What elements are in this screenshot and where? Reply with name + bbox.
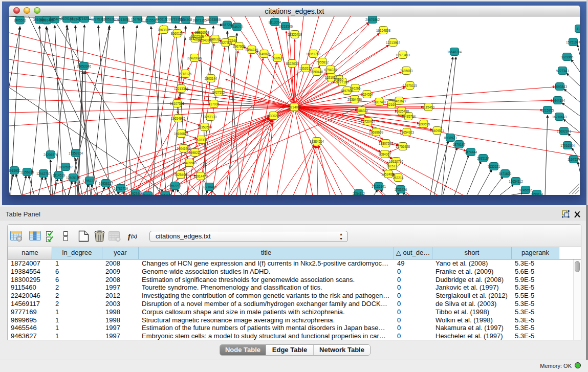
svg-text:10807487: 10807487 (372, 100, 387, 104)
svg-text:9227343: 9227343 (556, 69, 569, 73)
svg-text:1985409: 1985409 (49, 17, 61, 21)
svg-text:14524851: 14524851 (381, 172, 396, 176)
svg-text:9777169: 9777169 (336, 80, 349, 84)
svg-text:20876862: 20876862 (365, 18, 380, 21)
svg-text:16409511: 16409511 (430, 129, 444, 133)
svg-text:9327505: 9327505 (191, 35, 204, 38)
svg-text:8471676: 8471676 (499, 172, 512, 176)
svg-text:16914479: 16914479 (193, 174, 208, 178)
svg-text:10654112: 10654112 (509, 180, 523, 183)
svg-text:16409949: 16409949 (182, 161, 197, 165)
svg-text:11121: 11121 (575, 27, 580, 31)
svg-text:8186328: 8186328 (209, 37, 222, 41)
svg-text:7485083: 7485083 (400, 69, 413, 73)
svg-text:1588520: 1588520 (271, 56, 284, 60)
svg-text:11156829: 11156829 (20, 170, 34, 174)
svg-text:15751074: 15751074 (566, 40, 580, 44)
svg-text:12505195: 12505195 (66, 176, 81, 180)
svg-text:1527602: 1527602 (131, 17, 144, 21)
svg-text:77546: 77546 (228, 39, 237, 42)
svg-text:19384554: 19384554 (310, 140, 324, 143)
svg-text:8322037: 8322037 (286, 62, 299, 65)
svg-text:8154408: 8154408 (180, 18, 192, 21)
svg-text:19654923: 19654923 (400, 130, 415, 134)
svg-text:16154808: 16154808 (376, 29, 391, 32)
svg-text:6497508: 6497508 (341, 89, 354, 93)
svg-text:18300295: 18300295 (266, 114, 281, 118)
svg-text:6466160: 6466160 (156, 17, 169, 21)
svg-text:9350114: 9350114 (531, 192, 543, 196)
svg-text:8215955: 8215955 (541, 108, 554, 112)
svg-text:18807249: 18807249 (379, 142, 394, 145)
svg-text:2718126: 2718126 (179, 72, 192, 76)
svg-text:10025438: 10025438 (395, 110, 409, 113)
svg-text:10046766: 10046766 (177, 147, 191, 150)
svg-text:7986322: 7986322 (356, 109, 368, 113)
svg-text:16782759: 16782759 (114, 187, 128, 190)
svg-text:23226058: 23226058 (195, 31, 210, 34)
svg-text:417006: 417006 (208, 102, 220, 106)
svg-text:9146821: 9146821 (258, 52, 271, 56)
svg-text:8813054: 8813054 (269, 20, 281, 24)
svg-text:1314519: 1314519 (53, 173, 66, 177)
svg-text:1498222: 1498222 (189, 151, 202, 155)
svg-text:3267130: 3267130 (204, 115, 217, 119)
svg-text:10853267: 10853267 (102, 17, 117, 21)
svg-text:16961758: 16961758 (306, 52, 321, 56)
svg-text:1292344: 1292344 (142, 194, 155, 196)
svg-text:16107553: 16107553 (170, 102, 185, 105)
svg-text:62160: 62160 (387, 103, 396, 106)
svg-text:2935114: 2935114 (477, 157, 490, 160)
svg-text:10973493: 10973493 (396, 53, 410, 57)
svg-text:1167534: 1167534 (568, 158, 580, 161)
svg-text:3915931: 3915931 (9, 169, 21, 172)
svg-text:9657791: 9657791 (169, 184, 182, 188)
svg-text:6899695: 6899695 (418, 122, 430, 126)
svg-text:9245652: 9245652 (519, 188, 532, 192)
svg-text:9474444: 9474444 (465, 150, 477, 154)
svg-text:8454749: 8454749 (246, 48, 258, 52)
svg-text:10688609: 10688609 (369, 130, 384, 134)
svg-text:8938923: 8938923 (444, 136, 457, 140)
svg-text:17957223: 17957223 (82, 179, 97, 183)
svg-text:20206576: 20206576 (43, 153, 58, 157)
svg-text:12093843: 12093843 (553, 85, 568, 89)
svg-text:26053346: 26053346 (77, 64, 92, 68)
svg-text:12923448: 12923448 (128, 192, 143, 195)
svg-text:9084067: 9084067 (379, 152, 391, 156)
svg-text:18724007: 18724007 (287, 105, 302, 109)
svg-text:9329966: 9329966 (561, 55, 574, 59)
svg-text:9146223: 9146223 (231, 25, 244, 29)
svg-text:13325419: 13325419 (288, 33, 302, 36)
svg-text:17716485: 17716485 (202, 185, 217, 189)
svg-text:15692971: 15692971 (557, 129, 572, 133)
svg-text:12942757: 12942757 (36, 172, 51, 176)
svg-text:2405572: 2405572 (14, 18, 27, 22)
svg-text:16033809: 16033809 (206, 18, 221, 21)
svg-text:8660124: 8660124 (171, 32, 184, 35)
svg-text:1362615: 1362615 (299, 67, 312, 70)
svg-text:(x): (x) (131, 233, 137, 239)
svg-text:12975115: 12975115 (403, 84, 417, 87)
svg-text:15720407: 15720407 (361, 120, 376, 123)
svg-text:252214: 252214 (393, 176, 404, 180)
svg-text:7632621: 7632621 (488, 165, 500, 168)
svg-text:14136141: 14136141 (372, 185, 386, 188)
svg-text:3624554: 3624554 (361, 93, 374, 96)
svg-text:7955812: 7955812 (316, 60, 329, 64)
svg-text:8427552: 8427552 (212, 91, 225, 94)
svg-text:905118: 905118 (160, 193, 171, 196)
svg-text:6794028: 6794028 (324, 68, 337, 72)
svg-text:12444194: 12444194 (551, 99, 565, 102)
svg-text:17016504: 17016504 (560, 144, 575, 147)
svg-text:2803144: 2803144 (205, 77, 217, 80)
svg-text:12353594: 12353594 (198, 125, 212, 129)
svg-text:16671355: 16671355 (192, 18, 207, 22)
svg-text:19463627: 19463627 (392, 99, 407, 103)
svg-text:12213967: 12213967 (386, 41, 401, 45)
svg-text:6879197: 6879197 (453, 143, 466, 146)
svg-text:7625402: 7625402 (175, 173, 187, 177)
svg-text:5578334: 5578334 (195, 138, 208, 142)
svg-text:7663822: 7663822 (158, 28, 170, 32)
svg-text:16210643: 16210643 (552, 115, 567, 119)
